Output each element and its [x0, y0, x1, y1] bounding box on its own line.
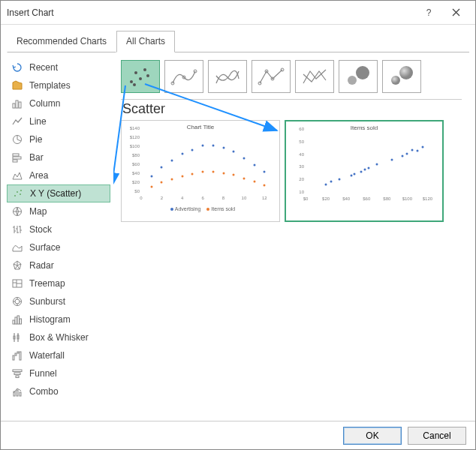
templates-icon [11, 80, 23, 92]
insert-chart-dialog: Insert Chart ? Recommended Charts All Ch… [0, 0, 476, 450]
sidebar-item-surface[interactable]: Surface [7, 238, 110, 256]
preview-row: Chart Title $0$20$40$60$80$100$120$140 0… [121, 120, 465, 222]
svg-rect-7 [13, 160, 17, 162]
sidebar-item-templates[interactable]: Templates [7, 76, 110, 94]
tab-all-charts[interactable]: All Charts [116, 31, 175, 52]
preview-plot: $0$20$40$60$80$100$120$140 024681012 [125, 133, 276, 205]
close-icon [452, 8, 460, 16]
preview-title: Chart Title [125, 124, 276, 133]
svg-rect-23 [15, 353, 17, 356]
sidebar-item-scatter[interactable]: X Y (Scatter) [7, 184, 110, 202]
subtype-bubble[interactable] [339, 60, 378, 93]
sunburst-icon [11, 296, 23, 308]
cancel-button[interactable]: Cancel [408, 427, 466, 445]
svg-point-46 [356, 66, 369, 80]
svg-point-48 [399, 66, 413, 80]
subtype-scatter-smooth-markers[interactable] [164, 60, 203, 93]
main-panel: Scatter Chart Title $0$20$40$60$80$100$1… [113, 52, 475, 426]
subtype-bubble-3d[interactable] [382, 60, 421, 93]
chart-preview-2[interactable]: Items sold 102030405060 $0$20$40$60$80$1… [285, 120, 444, 222]
svg-rect-28 [16, 376, 19, 378]
sidebar-item-column[interactable]: Column [7, 94, 110, 112]
chart-preview-1[interactable]: Chart Title $0$20$40$60$80$100$120$140 0… [121, 120, 280, 222]
svg-rect-31 [20, 392, 21, 396]
map-icon [11, 206, 23, 218]
radar-icon [11, 260, 23, 272]
svg-point-34 [139, 77, 142, 80]
close-button[interactable] [442, 2, 469, 23]
preview-title: Items sold [289, 124, 439, 134]
svg-point-15 [15, 299, 20, 304]
histogram-icon [11, 314, 23, 326]
help-button[interactable]: ? [415, 2, 442, 23]
ok-button[interactable]: OK [343, 427, 402, 445]
help-icon: ? [424, 8, 433, 17]
tab-recommended[interactable]: Recommended Charts [7, 31, 116, 52]
svg-point-10 [20, 194, 21, 195]
subtype-scatter-straight-markers[interactable] [252, 60, 291, 93]
pie-icon [11, 134, 23, 146]
svg-point-33 [134, 71, 137, 74]
sidebar-item-histogram[interactable]: Histogram [7, 310, 110, 328]
treemap-icon [11, 278, 23, 290]
chart-subtype-name: Scatter [122, 101, 465, 117]
sidebar-item-boxwhisker[interactable]: Box & Whisker [7, 328, 110, 346]
svg-point-45 [348, 76, 357, 85]
sidebar-item-treemap[interactable]: Treemap [7, 274, 110, 292]
sidebar-item-line[interactable]: Line [7, 112, 110, 130]
combo-icon [11, 386, 23, 398]
title-bar: Insert Chart ? [1, 1, 475, 25]
sidebar-item-area[interactable]: Area [7, 166, 110, 184]
sidebar-item-bar[interactable]: Bar [7, 148, 110, 166]
boxwhisker-icon [11, 332, 23, 344]
svg-rect-19 [20, 319, 22, 324]
chart-category-list: Recent Templates Column Line Pie Bar Are… [1, 52, 113, 426]
area-icon [11, 170, 23, 182]
waterfall-icon [11, 350, 23, 362]
dialog-title: Insert Chart [7, 8, 415, 18]
scatter-icon [12, 188, 24, 200]
svg-rect-16 [13, 320, 15, 324]
svg-rect-26 [13, 370, 22, 372]
svg-point-8 [14, 195, 16, 196]
subtype-scatter[interactable] [121, 60, 160, 93]
svg-point-36 [146, 74, 149, 77]
sidebar-item-radar[interactable]: Radar [7, 256, 110, 274]
scatter-subtype-icon [125, 64, 155, 89]
bubble-icon [343, 64, 373, 89]
svg-rect-17 [15, 317, 17, 324]
scatter-smooth-markers-icon [169, 64, 199, 89]
sidebar-item-funnel[interactable]: Funnel [7, 364, 110, 382]
stock-icon [11, 224, 23, 236]
svg-point-11 [20, 190, 22, 191]
bubble-3d-icon [387, 64, 417, 89]
svg-rect-6 [13, 157, 21, 159]
bar-icon [11, 152, 23, 164]
svg-rect-25 [20, 352, 21, 360]
sidebar-item-recent[interactable]: Recent [7, 58, 110, 76]
svg-point-47 [391, 76, 400, 85]
subtype-scatter-straight[interactable] [295, 60, 334, 93]
sidebar-item-map[interactable]: Map [7, 202, 110, 220]
surface-icon [11, 242, 23, 254]
sidebar-item-combo[interactable]: Combo [7, 382, 110, 400]
preview-plot: 102030405060 $0$20$40$60$80$100$120 [289, 134, 439, 206]
svg-rect-30 [17, 390, 18, 396]
svg-text:?: ? [426, 8, 432, 17]
sidebar-item-stock[interactable]: Stock [7, 220, 110, 238]
sidebar-item-pie[interactable]: Pie [7, 130, 110, 148]
recent-icon [11, 62, 23, 74]
subtype-scatter-smooth[interactable] [208, 60, 247, 93]
dialog-body: Recent Templates Column Line Pie Bar Are… [1, 52, 475, 426]
svg-rect-18 [17, 316, 20, 324]
svg-rect-1 [13, 104, 15, 108]
column-icon [11, 98, 23, 110]
subtype-row [121, 58, 465, 94]
line-icon [11, 116, 23, 128]
svg-rect-2 [16, 100, 18, 108]
svg-point-32 [130, 80, 133, 83]
svg-rect-3 [19, 102, 21, 108]
sidebar-item-waterfall[interactable]: Waterfall [7, 346, 110, 364]
svg-point-9 [17, 191, 18, 193]
sidebar-item-sunburst[interactable]: Sunburst [7, 292, 110, 310]
